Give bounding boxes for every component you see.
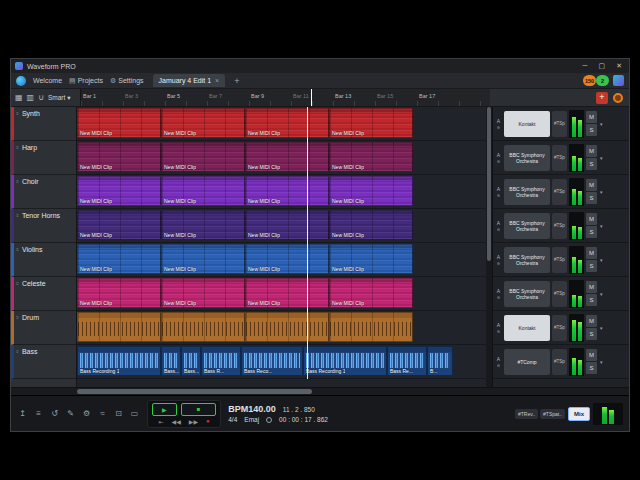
clip-drum[interactable] bbox=[77, 312, 161, 342]
ruler-bar-label[interactable]: Bar 1 bbox=[83, 93, 96, 99]
expand-chevron-icon[interactable]: ▾ bbox=[600, 257, 603, 263]
playhead-cursor[interactable] bbox=[307, 107, 308, 379]
clip-bass[interactable]: Bass Recording 1 bbox=[303, 346, 387, 376]
automation-a-button[interactable]: A bbox=[497, 254, 500, 260]
fx-slot[interactable]: #TSp bbox=[552, 315, 567, 341]
notification-badge[interactable]: 150 bbox=[583, 75, 596, 86]
automation-a-button[interactable]: A bbox=[497, 288, 500, 294]
pencil-icon[interactable]: ✎ bbox=[65, 409, 76, 418]
plugin-slot[interactable]: Kontakt bbox=[504, 315, 550, 341]
clip-harp[interactable]: New MIDI Clip bbox=[161, 142, 245, 172]
track-lane-violins[interactable]: New MIDI ClipNew MIDI ClipNew MIDI ClipN… bbox=[77, 243, 486, 277]
mute-button[interactable]: M bbox=[586, 315, 597, 327]
menu-item-settings[interactable]: ⚙ Settings bbox=[110, 77, 144, 85]
horizontal-scroll-thumb[interactable] bbox=[77, 389, 312, 394]
solo-button[interactable]: S bbox=[586, 124, 597, 136]
expand-chevron-icon[interactable]: ▾ bbox=[600, 155, 603, 161]
track-header-drum[interactable]: ≡Drum bbox=[11, 311, 76, 345]
clip-choir[interactable]: New MIDI Clip bbox=[77, 176, 161, 206]
fx-slot[interactable]: #TSp bbox=[552, 145, 567, 171]
settings-icon[interactable]: ⚙ bbox=[81, 409, 92, 418]
ruler-playhead-marker[interactable] bbox=[311, 89, 312, 106]
clip-tenor-horns[interactable]: New MIDI Clip bbox=[161, 210, 245, 240]
track-header-tenor-horns[interactable]: ≡Tenor Horns bbox=[11, 209, 76, 243]
solo-button[interactable]: S bbox=[586, 294, 597, 306]
tab-close-icon[interactable]: × bbox=[215, 77, 219, 84]
ruler-bar-label[interactable]: Bar 15 bbox=[377, 93, 393, 99]
clip-drum[interactable] bbox=[245, 312, 329, 342]
clip-celeste[interactable]: New MIDI Clip bbox=[329, 278, 413, 308]
return-to-start-button[interactable]: ⇤ bbox=[157, 418, 166, 425]
clip-violins[interactable]: New MIDI Clip bbox=[161, 244, 245, 274]
expand-chevron-icon[interactable]: ▾ bbox=[600, 325, 603, 331]
clip-choir[interactable]: New MIDI Clip bbox=[245, 176, 329, 206]
track-lane-harp[interactable]: New MIDI ClipNew MIDI ClipNew MIDI ClipN… bbox=[77, 141, 486, 175]
clip-tenor-horns[interactable]: New MIDI Clip bbox=[329, 210, 413, 240]
clip-drum[interactable] bbox=[329, 312, 413, 342]
clip-bass[interactable]: Bass... bbox=[161, 346, 181, 376]
solo-button[interactable]: S bbox=[586, 158, 597, 170]
clip-choir[interactable]: New MIDI Clip bbox=[329, 176, 413, 206]
clip-synth[interactable]: New MIDI Clip bbox=[77, 108, 161, 138]
track-header-celeste[interactable]: ≡Celeste bbox=[11, 277, 76, 311]
fx-slot[interactable]: #TSp bbox=[552, 349, 567, 375]
automation-a-button[interactable]: A bbox=[497, 322, 500, 328]
clip-synth[interactable]: New MIDI Clip bbox=[161, 108, 245, 138]
clip-harp[interactable]: New MIDI Clip bbox=[245, 142, 329, 172]
snap-magnet-icon[interactable]: ∪ bbox=[38, 93, 44, 102]
fx-slot[interactable]: #TSp bbox=[552, 281, 567, 307]
plugin-slot[interactable]: #TComp bbox=[504, 349, 550, 375]
clip-bass[interactable]: Bass R... bbox=[201, 346, 241, 376]
clip-bass[interactable]: Bass Reco... bbox=[241, 346, 303, 376]
horizontal-scrollbar[interactable] bbox=[11, 387, 629, 395]
automation-a-button[interactable]: A bbox=[497, 356, 500, 362]
ruler-bar-label[interactable]: Bar 5 bbox=[167, 93, 180, 99]
clip-violins[interactable]: New MIDI Clip bbox=[245, 244, 329, 274]
close-button[interactable]: ✕ bbox=[616, 62, 622, 70]
track-header-harp[interactable]: ≡Harp bbox=[11, 141, 76, 175]
fx-slot[interactable]: #TSp bbox=[552, 213, 567, 239]
record-arm-icon[interactable] bbox=[613, 93, 623, 103]
monitor-icon[interactable]: ▭ bbox=[129, 409, 140, 418]
automation-a-button[interactable]: A bbox=[497, 220, 500, 226]
ruler-bar-label[interactable]: Bar 13 bbox=[335, 93, 351, 99]
fx-slot[interactable]: #TSp bbox=[552, 179, 567, 205]
play-button[interactable]: ▶ bbox=[152, 403, 177, 416]
fx-slot[interactable]: #TSp bbox=[552, 111, 567, 137]
solo-button[interactable]: S bbox=[586, 260, 597, 272]
fast-forward-button[interactable]: ▶▶ bbox=[187, 418, 200, 425]
arrangement-area[interactable]: New MIDI ClipNew MIDI ClipNew MIDI ClipN… bbox=[76, 107, 486, 387]
clips-view-icon[interactable]: ▥ bbox=[27, 93, 35, 102]
mute-button[interactable]: M bbox=[586, 213, 597, 225]
clip-synth[interactable]: New MIDI Clip bbox=[329, 108, 413, 138]
master-plugin-button[interactable]: #TSpat.. bbox=[540, 409, 565, 419]
minimize-button[interactable]: ─ bbox=[583, 62, 588, 70]
track-header-synth[interactable]: ≡Synth bbox=[11, 107, 76, 141]
expand-chevron-icon[interactable]: ▾ bbox=[600, 223, 603, 229]
menu-item-projects[interactable]: ▤ Projects bbox=[69, 77, 103, 85]
timeline-ruler[interactable]: Bar 1Bar 3Bar 5Bar 7Bar 9Bar 11Bar 13Bar… bbox=[80, 89, 490, 106]
mute-button[interactable]: M bbox=[586, 281, 597, 293]
clip-violins[interactable]: New MIDI Clip bbox=[329, 244, 413, 274]
automation-a-button[interactable]: A bbox=[497, 186, 500, 192]
add-track-button[interactable]: + bbox=[596, 92, 608, 104]
clip-harp[interactable]: New MIDI Clip bbox=[77, 142, 161, 172]
smart-snap-label[interactable]: Smart ▾ bbox=[48, 94, 70, 102]
record-button[interactable]: ● bbox=[204, 418, 212, 424]
new-edit-tab-button[interactable]: + bbox=[232, 76, 241, 86]
plugin-slot[interactable]: BBC SymphonyOrchestra bbox=[504, 145, 550, 171]
ruler-bar-label[interactable]: Bar 3 bbox=[125, 93, 138, 99]
expand-chevron-icon[interactable]: ▾ bbox=[600, 189, 603, 195]
plugin-slot[interactable]: BBC SymphonyOrchestra bbox=[504, 281, 550, 307]
clip-bass[interactable]: Bass Re... bbox=[387, 346, 427, 376]
solo-button[interactable]: S bbox=[586, 226, 597, 238]
clip-bass[interactable]: Bass Recording 1 bbox=[77, 346, 161, 376]
clip-drum[interactable] bbox=[161, 312, 245, 342]
stop-button[interactable]: ■ bbox=[181, 403, 217, 416]
clip-harp[interactable]: New MIDI Clip bbox=[329, 142, 413, 172]
waveform-logo-icon[interactable] bbox=[16, 76, 26, 86]
track-lane-celeste[interactable]: New MIDI ClipNew MIDI ClipNew MIDI ClipN… bbox=[77, 277, 486, 311]
fx-slot[interactable]: #TSp bbox=[552, 247, 567, 273]
ruler-bar-label[interactable]: Bar 17 bbox=[419, 93, 435, 99]
edit-tab[interactable]: Jamuary 4 Edit 1 × bbox=[153, 74, 226, 87]
